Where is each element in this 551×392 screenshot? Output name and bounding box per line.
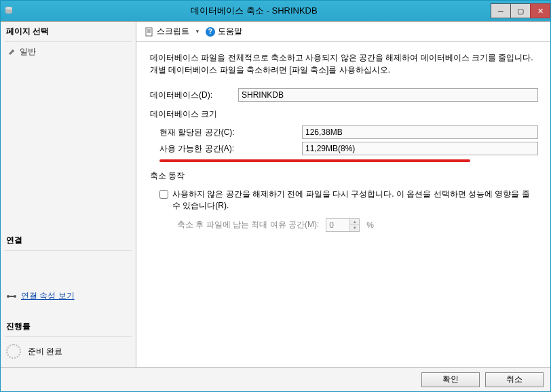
footer: 확인 취소 xyxy=(1,367,550,391)
shrink-action-title: 축소 동작 xyxy=(150,170,538,182)
sidebar: 페이지 선택 일반 연결 연결 속성 보기 진행률 xyxy=(1,22,136,367)
help-label: 도움말 xyxy=(218,26,242,37)
svg-rect-5 xyxy=(146,28,152,36)
maximize-button[interactable]: ▢ xyxy=(510,3,531,18)
link-icon xyxy=(6,292,17,300)
toolbar: 스크립트 ▼ ? 도움말 xyxy=(136,22,550,42)
sidebar-item-label: 일반 xyxy=(20,46,36,58)
window-title: 데이터베이스 축소 - SHRINKDB xyxy=(17,5,491,17)
script-icon xyxy=(145,27,154,37)
titlebar: 데이터베이스 축소 - SHRINKDB ─ ▢ ✕ xyxy=(1,1,550,21)
progress-status: 준비 완료 xyxy=(5,340,132,363)
available-space-field: 11,29MB(8%) xyxy=(302,142,538,155)
wrench-icon xyxy=(7,48,16,56)
reorganize-label: 사용하지 않은 공간을 해제하기 전에 파일을 다시 구성합니다. 이 옵션을 … xyxy=(172,189,538,212)
max-free-space-input[interactable] xyxy=(326,219,349,231)
close-button[interactable]: ✕ xyxy=(530,3,550,18)
spinner-icon xyxy=(6,344,21,359)
available-space-label: 사용 가능한 공간(A): xyxy=(159,143,302,155)
help-icon: ? xyxy=(206,27,215,37)
ok-button[interactable]: 확인 xyxy=(421,372,480,387)
help-button[interactable]: ? 도움말 xyxy=(203,24,245,39)
percent-symbol: % xyxy=(366,220,374,230)
script-button[interactable]: 스크립트 xyxy=(142,24,192,39)
reorganize-checkbox[interactable] xyxy=(159,190,168,199)
highlight-underline xyxy=(159,159,470,162)
max-free-space-label: 축소 후 파일에 남는 최대 여유 공간(M): xyxy=(177,219,319,231)
main-pane: 스크립트 ▼ ? 도움말 데이터베이스 파일을 전체적으로 축소하고 사용되지 … xyxy=(136,22,550,367)
window-controls: ─ ▢ ✕ xyxy=(491,3,550,18)
view-connection-properties-link[interactable]: 연결 속성 보기 xyxy=(5,288,132,305)
db-size-title: 데이터베이스 크기 xyxy=(150,109,538,120)
cancel-button[interactable]: 취소 xyxy=(485,372,544,387)
app-icon xyxy=(1,5,17,17)
svg-rect-4 xyxy=(8,296,15,297)
page-select-header: 페이지 선택 xyxy=(5,23,132,42)
view-connection-label: 연결 속성 보기 xyxy=(21,290,75,302)
spin-up-icon[interactable]: ▲ xyxy=(350,219,359,226)
sidebar-item-general[interactable]: 일반 xyxy=(5,45,132,59)
spin-down-icon[interactable]: ▼ xyxy=(350,225,359,231)
script-label: 스크립트 xyxy=(157,26,189,37)
svg-point-1 xyxy=(5,7,12,9)
database-field: SHRINKDB xyxy=(238,88,538,102)
allocated-space-label: 현재 할당된 공간(C): xyxy=(159,127,302,138)
chevron-down-icon[interactable]: ▼ xyxy=(195,28,200,35)
progress-header: 진행률 xyxy=(5,318,132,337)
connection-header: 연결 xyxy=(5,232,132,251)
intro-text: 데이터베이스 파일을 전체적으로 축소하고 사용되지 않은 공간을 해제하여 데… xyxy=(150,52,538,76)
minimize-button[interactable]: ─ xyxy=(491,3,511,18)
allocated-space-field: 126,38MB xyxy=(302,125,538,139)
progress-label: 준비 완료 xyxy=(28,346,62,357)
max-free-space-spinner[interactable]: ▲ ▼ xyxy=(326,218,360,232)
database-label: 데이터베이스(D): xyxy=(150,90,238,101)
